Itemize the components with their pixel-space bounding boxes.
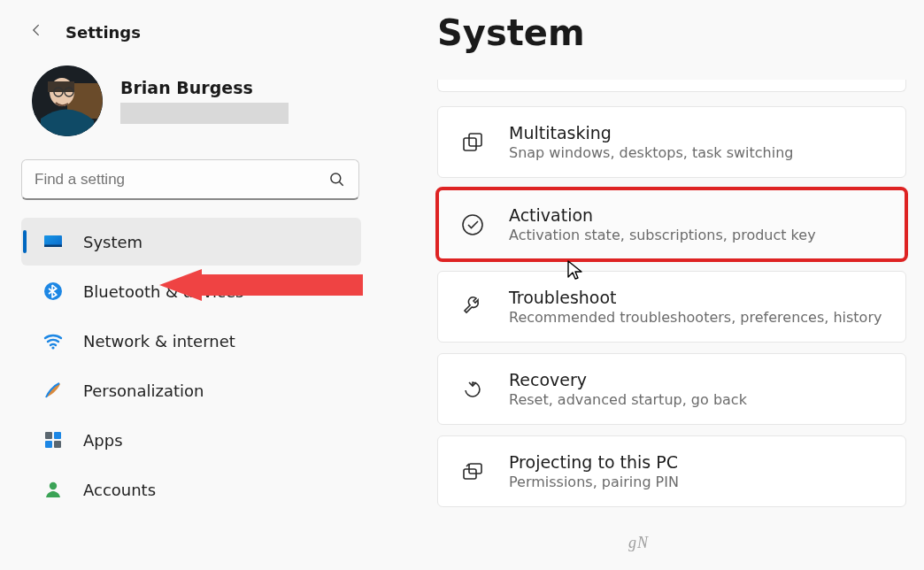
wifi-icon: [42, 330, 64, 351]
nav: System Bluetooth & devices Network & int…: [21, 218, 381, 513]
svg-rect-15: [45, 441, 52, 448]
svg-rect-19: [469, 134, 481, 146]
card-subtitle: Reset, advanced startup, go back: [509, 391, 747, 408]
wrench-icon: [459, 294, 486, 320]
card-title: Recovery: [509, 370, 747, 389]
card-sliver: [437, 80, 906, 92]
projecting-icon: [459, 458, 486, 485]
profile-email-redacted: [120, 103, 289, 124]
profile-name: Brian Burgess: [120, 78, 289, 97]
card-title: Troubleshoot: [509, 288, 882, 307]
card-troubleshoot[interactable]: Troubleshoot Recommended troubleshooters…: [437, 271, 906, 343]
nav-label: Apps: [83, 431, 123, 450]
svg-point-17: [50, 482, 57, 489]
recovery-icon: [459, 376, 486, 403]
arrow-left-icon: [28, 21, 46, 42]
nav-label: Accounts: [83, 481, 156, 499]
svg-point-7: [331, 173, 341, 182]
nav-item-personalization[interactable]: Personalization: [21, 366, 361, 414]
system-icon: [42, 231, 64, 252]
apps-icon: [42, 429, 64, 451]
svg-rect-13: [45, 432, 52, 439]
card-subtitle: Activation state, subscriptions, product…: [509, 227, 816, 243]
svg-point-12: [51, 346, 54, 349]
card-subtitle: Snap windows, desktops, task switching: [509, 144, 793, 161]
card-title: Multitasking: [509, 123, 793, 142]
card-subtitle: Permissions, pairing PIN: [509, 474, 679, 490]
nav-item-bluetooth[interactable]: Bluetooth & devices: [21, 267, 361, 315]
bluetooth-icon: [42, 281, 64, 302]
svg-rect-4: [48, 81, 74, 92]
nav-item-system[interactable]: System: [21, 218, 361, 266]
search-box[interactable]: [21, 159, 359, 200]
nav-item-apps[interactable]: Apps: [21, 416, 361, 464]
check-circle-icon: [459, 212, 486, 238]
svg-rect-18: [464, 138, 476, 150]
svg-rect-10: [44, 245, 62, 248]
card-title: Activation: [509, 205, 816, 225]
profile-block[interactable]: Brian Burgess: [21, 62, 381, 159]
card-projecting[interactable]: Projecting to this PC Permissions, pairi…: [437, 435, 906, 507]
card-activation[interactable]: Activation Activation state, subscriptio…: [437, 189, 906, 260]
brush-icon: [42, 380, 64, 401]
sidebar: Settings: [0, 0, 381, 570]
nav-label: Network & internet: [83, 332, 235, 350]
svg-point-20: [463, 215, 482, 235]
settings-title: Settings: [65, 23, 141, 42]
page-title: System: [437, 12, 906, 53]
search-icon: [328, 171, 346, 189]
nav-item-network[interactable]: Network & internet: [21, 317, 361, 365]
svg-rect-14: [54, 432, 61, 439]
back-button[interactable]: [27, 21, 48, 42]
search-input[interactable]: [35, 171, 320, 189]
card-subtitle: Recommended troubleshooters, preferences…: [509, 309, 882, 326]
card-title: Projecting to this PC: [509, 452, 679, 472]
nav-item-accounts[interactable]: Accounts: [21, 466, 361, 513]
card-recovery[interactable]: Recovery Reset, advanced startup, go bac…: [437, 353, 906, 425]
multitask-icon: [459, 129, 486, 156]
profile-info: Brian Burgess: [120, 78, 289, 124]
avatar: [32, 65, 103, 136]
nav-label: Bluetooth & devices: [83, 282, 243, 301]
card-multitasking[interactable]: Multitasking Snap windows, desktops, tas…: [437, 106, 906, 178]
nav-label: System: [83, 233, 142, 251]
nav-label: Personalization: [83, 381, 204, 400]
main-panel: System Multitasking Snap windows, deskto…: [381, 0, 924, 570]
svg-rect-16: [54, 441, 61, 448]
sidebar-header: Settings: [21, 16, 381, 62]
settings-cards: Multitasking Snap windows, desktops, tas…: [437, 80, 906, 507]
person-icon: [42, 479, 64, 500]
